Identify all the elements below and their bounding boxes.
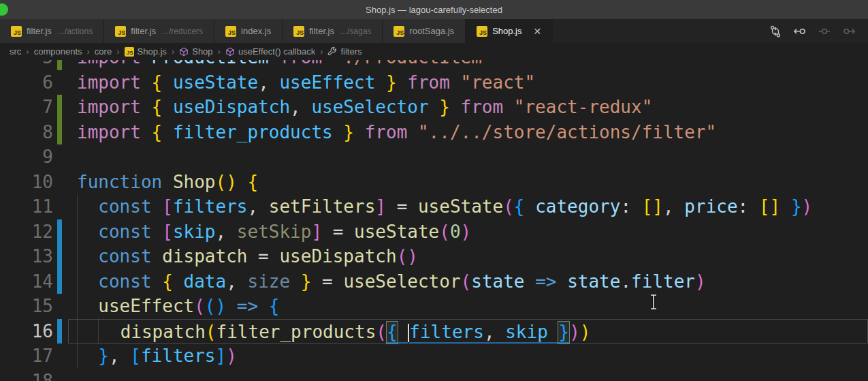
line-number: 9 xyxy=(0,144,53,170)
tab-label: filter.js xyxy=(309,26,334,36)
code-token: function xyxy=(77,172,173,192)
title-bar: Shop.js — lagou-carefully-selected xyxy=(0,0,868,19)
code-token: filter_products xyxy=(216,322,376,342)
line-number: 18 xyxy=(0,369,53,381)
code-token: useState xyxy=(418,196,503,217)
code-token: { xyxy=(162,271,183,292)
breadcrumb-label: core xyxy=(95,46,112,57)
code-token: const xyxy=(98,271,162,292)
code-token: } xyxy=(780,196,801,217)
breadcrumb-label: filters xyxy=(340,46,361,57)
breadcrumb-separator: › xyxy=(320,46,323,57)
code-line[interactable]: 17 }, [filters]) xyxy=(0,344,868,369)
tab-index-js[interactable]: JSindex.js xyxy=(214,19,283,43)
code-line[interactable]: 12 const [skip, setSkip] = useState(0) xyxy=(0,219,868,245)
breadcrumb-item-components[interactable]: components xyxy=(34,46,82,57)
code-line[interactable]: 15 useEffect(() => { xyxy=(0,294,868,319)
line-number: 17 xyxy=(0,344,53,369)
code-line-content[interactable]: import { filter_products } from "../../s… xyxy=(68,120,868,145)
breadcrumb-item-shop[interactable]: Shop xyxy=(179,46,212,57)
code-token: } xyxy=(333,122,354,142)
next-change-icon[interactable] xyxy=(842,25,856,38)
code-token: { xyxy=(152,97,173,117)
code-token: , xyxy=(258,72,279,93)
code-token: filters xyxy=(141,346,216,366)
code-token xyxy=(77,246,98,266)
tab-filter-js[interactable]: JSfilter.js.../actions xyxy=(0,19,104,43)
breadcrumb-item-filters[interactable]: filters xyxy=(327,46,361,57)
code-token: ( xyxy=(503,196,514,217)
code-line-content[interactable]: import { useState, useEffect } from "rea… xyxy=(68,70,868,95)
tab-shop-js[interactable]: JSShop.js✕ xyxy=(466,19,553,43)
code-token: import xyxy=(77,122,152,142)
code-line-content[interactable]: const { data, size } = useSelector(state… xyxy=(68,269,868,294)
code-token: . xyxy=(620,271,631,292)
code-token: from xyxy=(397,72,461,93)
code-line[interactable]: 7import { useDispatch, useSelector } fro… xyxy=(0,95,868,120)
line-number: 12 xyxy=(0,219,53,245)
code-line-content[interactable]: }, [filters]) xyxy=(68,344,868,369)
tab-directory-hint: .../reducers xyxy=(162,27,203,36)
code-token: dispatch xyxy=(162,246,247,266)
breadcrumb-label: useEffect() callback xyxy=(238,46,315,57)
code-line[interactable]: 10function Shop() { xyxy=(0,170,868,195)
code-token: ] xyxy=(216,346,227,366)
code-token: [] xyxy=(759,196,780,217)
code-line-content[interactable] xyxy=(68,369,868,381)
code-line-content[interactable]: dispatch(filter_products({ filters, skip… xyxy=(68,319,868,344)
git-compare-icon[interactable] xyxy=(769,25,782,38)
code-line[interactable]: 6import { useState, useEffect } from "re… xyxy=(0,70,868,95)
js-icon: JS xyxy=(225,26,236,37)
code-line[interactable]: 8import { filter_products } from "../../… xyxy=(0,120,868,145)
code-editor[interactable]: 5import ProductItem from "./ProductItem"… xyxy=(0,60,868,381)
code-token: useEffect xyxy=(279,72,375,93)
breadcrumb-item-useeffect-callback[interactable]: useEffect() callback xyxy=(225,46,315,57)
symbol-cube-icon xyxy=(225,47,235,57)
code-line[interactable]: 9 xyxy=(0,144,868,170)
code-line[interactable]: 18 xyxy=(0,369,868,381)
breadcrumb-item-src[interactable]: src xyxy=(10,46,21,57)
code-token xyxy=(398,322,408,344)
code-line-content[interactable]: import { useDispatch, useSelector } from… xyxy=(68,95,868,120)
code-token: { xyxy=(514,196,535,217)
code-token: ) xyxy=(461,222,472,242)
code-line-content[interactable]: useEffect(() => { xyxy=(68,294,868,319)
code-line-content[interactable] xyxy=(68,144,868,170)
code-token xyxy=(548,322,559,344)
git-modified-gutter-bar xyxy=(57,219,62,245)
editor-actions xyxy=(769,19,868,43)
open-changes-icon[interactable] xyxy=(793,25,807,38)
code-line-content[interactable]: const dispatch = useDispatch() xyxy=(68,244,868,269)
code-line[interactable]: 14 const { data, size } = useSelector(st… xyxy=(0,269,868,294)
code-token: state xyxy=(471,271,524,292)
code-token: , xyxy=(226,271,247,292)
close-icon[interactable]: ✕ xyxy=(534,26,542,37)
line-number: 11 xyxy=(0,194,53,219)
code-line-content[interactable]: const [skip, setSkip] = useState(0) xyxy=(68,219,868,245)
code-token: ( xyxy=(194,296,205,316)
code-line[interactable]: 5import ProductItem from "./ProductItem" xyxy=(0,60,868,70)
code-line[interactable]: 16 dispatch(filter_products({ filters, s… xyxy=(0,319,868,344)
code-token: { xyxy=(387,322,398,344)
code-line[interactable]: 13 const dispatch = useDispatch() xyxy=(0,244,868,269)
previous-change-icon[interactable] xyxy=(818,25,831,38)
code-line-content[interactable]: import ProductItem from "./ProductItem" xyxy=(68,60,868,70)
code-token: } xyxy=(98,346,109,366)
code-token: } xyxy=(558,322,569,344)
tab-filter-js[interactable]: JSfilter.js.../reducers xyxy=(104,19,214,43)
code-line[interactable]: 11 const [filters, setFilters] = useStat… xyxy=(0,194,868,219)
tab-rootsaga-js[interactable]: JSrootSaga.js xyxy=(383,19,466,43)
breadcrumb-label: src xyxy=(10,46,21,57)
code-line-content[interactable]: const [filters, setFilters] = useState({… xyxy=(68,194,868,219)
tab-label: filter.js xyxy=(131,26,156,36)
breadcrumb-item-core[interactable]: core xyxy=(95,46,112,57)
tab-filter-js[interactable]: JSfilter.js.../sagas xyxy=(283,19,383,43)
traffic-light-green[interactable] xyxy=(0,3,8,16)
code-token: , xyxy=(109,346,130,366)
code-line-content[interactable]: function Shop() { xyxy=(68,170,868,195)
code-token: 0 xyxy=(450,222,461,242)
code-token: [] xyxy=(642,196,663,217)
breadcrumb-item-shop-js[interactable]: JSShop.js xyxy=(125,46,167,57)
vscode-window: { "window": { "title": "Shop.js — lagou-… xyxy=(0,0,868,381)
line-number: 6 xyxy=(0,70,53,95)
